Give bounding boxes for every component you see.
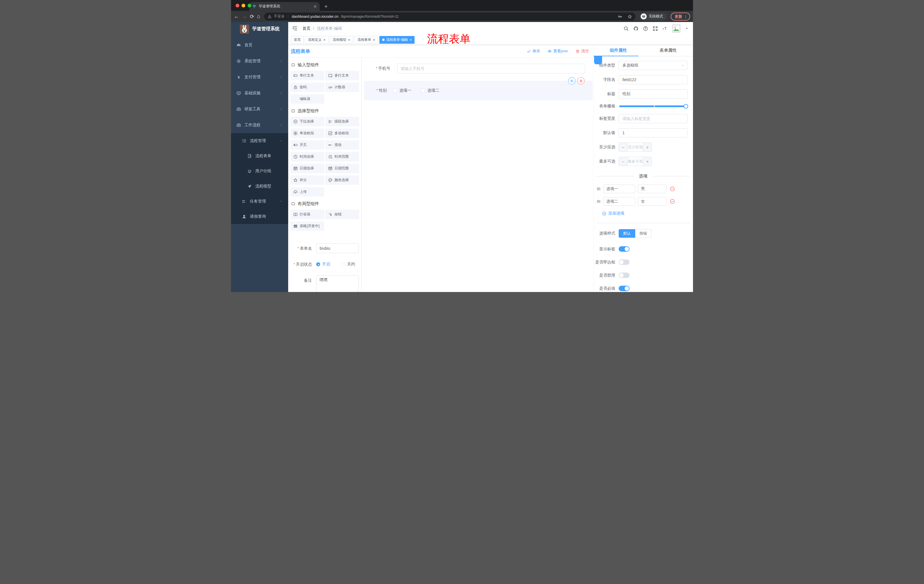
gender-option1-label[interactable]: 选项一 (399, 88, 411, 93)
breadcrumb-home[interactable]: 首页 (302, 26, 310, 31)
status-on-radio[interactable] (316, 262, 320, 266)
palette-component-chip[interactable]: 颜色选择 (325, 175, 359, 185)
sidebar-menu-item[interactable]: 工作流程 (231, 117, 288, 133)
palette-component-chip[interactable]: 时间选择 (290, 152, 324, 161)
palette-component-chip[interactable]: 下拉选择 (290, 117, 324, 126)
form-grid-slider[interactable] (619, 105, 686, 107)
default-value-input[interactable] (619, 128, 688, 137)
palette-component-chip[interactable]: 表格[开发中] (290, 221, 324, 231)
remark-textarea[interactable]: 嘿嘿 (316, 275, 359, 292)
tag-close-icon[interactable]: × (348, 38, 350, 42)
sidebar-menu-item[interactable]: 系统管理 (231, 53, 288, 69)
resize-handle-icon[interactable] (355, 291, 358, 292)
save-button[interactable]: 保存 (526, 49, 540, 54)
palette-component-chip[interactable]: 编辑器 (290, 94, 324, 104)
palette-component-chip[interactable]: 密码 (290, 82, 324, 92)
tag-view-item[interactable]: 流程表单-编辑 × (380, 36, 415, 44)
add-option-button[interactable]: 添加选项 (602, 211, 693, 216)
back-icon[interactable]: ← (234, 13, 239, 20)
minus-icon[interactable]: − (619, 143, 627, 151)
canvas-phone-field[interactable]: *手机号 (361, 64, 593, 73)
gender-option2-checkbox[interactable] (421, 89, 425, 92)
remove-option-icon[interactable] (670, 199, 675, 204)
style-button-button[interactable]: 按钮 (635, 229, 652, 238)
help-icon[interactable] (643, 26, 648, 31)
canvas-gender-field-selected[interactable]: *性别 选项一 选项二 (364, 81, 592, 100)
min-select-stepper-input[interactable]: 至少应选 (627, 143, 643, 151)
tag-close-icon[interactable]: × (323, 38, 326, 42)
max-select-stepper-input[interactable]: 最多可选 (627, 157, 643, 166)
sidebar-menu-item[interactable]: 用户分组 (231, 163, 288, 179)
address-bar[interactable]: 不安全 dashboard.yudao.iocoder.cn/bpm/manag… (264, 13, 635, 21)
palette-component-chip[interactable]: 123 计数器 (325, 82, 359, 92)
tag-view-item[interactable]: 首页 (291, 36, 304, 44)
label-width-input[interactable] (619, 114, 688, 123)
palette-component-chip[interactable]: 级联选择 (325, 117, 359, 126)
tag-view-item[interactable]: 流程定义 × (305, 36, 328, 44)
gender-option2-label[interactable]: 选项二 (427, 88, 439, 93)
view-json-button[interactable]: 查看json (548, 49, 568, 54)
palette-component-chip[interactable]: 上传 (290, 187, 324, 197)
palette-component-chip[interactable]: 单行文本 (290, 71, 324, 80)
sidebar-collapse-icon[interactable] (292, 26, 298, 31)
toggle-switch[interactable] (619, 246, 630, 252)
palette-component-chip[interactable]: 时间范围 (325, 152, 359, 161)
window-controls[interactable] (236, 4, 251, 7)
option-value-input[interactable] (638, 184, 667, 193)
status-off-radio[interactable] (341, 262, 345, 266)
palette-component-chip[interactable]: 评分 (290, 175, 324, 185)
status-on-label[interactable]: 开启 (322, 262, 330, 267)
tag-view-item[interactable]: 流程表单 × (355, 36, 378, 44)
tab-form-props[interactable]: 表单属性 (643, 45, 693, 56)
plus-icon[interactable]: ＋ (643, 143, 652, 151)
search-icon[interactable] (624, 26, 629, 31)
slider-thumb[interactable] (683, 104, 688, 109)
home-icon[interactable]: ⌂ (257, 13, 260, 20)
minimize-window-button[interactable] (242, 4, 245, 7)
toggle-switch[interactable] (619, 260, 630, 265)
option-name-input[interactable] (603, 197, 635, 206)
palette-component-chip[interactable]: 开关 (290, 140, 324, 150)
link-icon[interactable] (594, 56, 602, 64)
sidebar-menu-item[interactable]: ¥ 支付管理 (231, 69, 288, 85)
plus-icon[interactable]: ＋ (643, 157, 652, 166)
palette-component-chip[interactable]: 行容器 (290, 210, 324, 219)
fullscreen-icon[interactable] (653, 26, 658, 31)
palette-component-chip[interactable]: 日期选择 (290, 164, 324, 173)
sidebar-menu-item[interactable]: 流程管理 (231, 133, 288, 148)
field-name-input[interactable] (619, 75, 688, 84)
clear-button[interactable]: 清空 (576, 49, 589, 54)
sidebar-menu-item[interactable]: 流程模型 (231, 179, 288, 194)
tag-close-icon[interactable]: × (373, 38, 375, 42)
palette-component-chip[interactable]: 多选框组 (325, 128, 359, 138)
font-size-icon[interactable]: TT (662, 26, 668, 31)
sidebar-menu-item[interactable]: 基础设施 (231, 85, 288, 101)
url-path[interactable]: /bpm/manager/form/edit?formId=11 (341, 14, 399, 18)
close-window-button[interactable] (236, 4, 239, 7)
avatar-caret-down-icon[interactable] (685, 27, 688, 30)
security-label[interactable]: 不安全 (274, 14, 285, 19)
sidebar-menu-item[interactable]: 首页 (231, 37, 288, 53)
sidebar-menu-item[interactable]: 任务管理 (231, 194, 288, 209)
sidebar-menu-item[interactable]: 请假查询 (231, 209, 288, 224)
tab-component-props[interactable]: 组件属性 (594, 45, 643, 56)
browser-menu-kebab-icon[interactable] (683, 15, 688, 18)
palette-component-chip[interactable]: 多行文本 (325, 71, 359, 80)
style-default-button[interactable]: 默认 (619, 229, 635, 238)
avatar[interactable] (672, 24, 681, 33)
forward-icon[interactable]: → (242, 13, 247, 20)
toggle-switch[interactable] (619, 286, 630, 291)
tab-close-icon[interactable]: ✕ (314, 4, 317, 9)
delete-component-button[interactable] (577, 77, 585, 85)
browser-tab[interactable]: 芋道管理系统 ✕ (249, 2, 320, 11)
minus-icon[interactable]: − (619, 157, 627, 166)
tag-view-item[interactable]: 流程模型 × (330, 36, 353, 44)
component-type-select[interactable]: 多选框组 (619, 61, 688, 70)
option-value-input[interactable] (638, 197, 667, 206)
drag-handle-icon[interactable] (596, 187, 601, 191)
bookmark-star-icon[interactable] (627, 14, 632, 19)
palette-component-chip[interactable]: 滑块 (325, 140, 359, 150)
status-off-label[interactable]: 关闭 (347, 262, 355, 267)
tag-close-icon[interactable]: × (410, 38, 412, 42)
drag-handle-icon[interactable] (596, 199, 601, 204)
